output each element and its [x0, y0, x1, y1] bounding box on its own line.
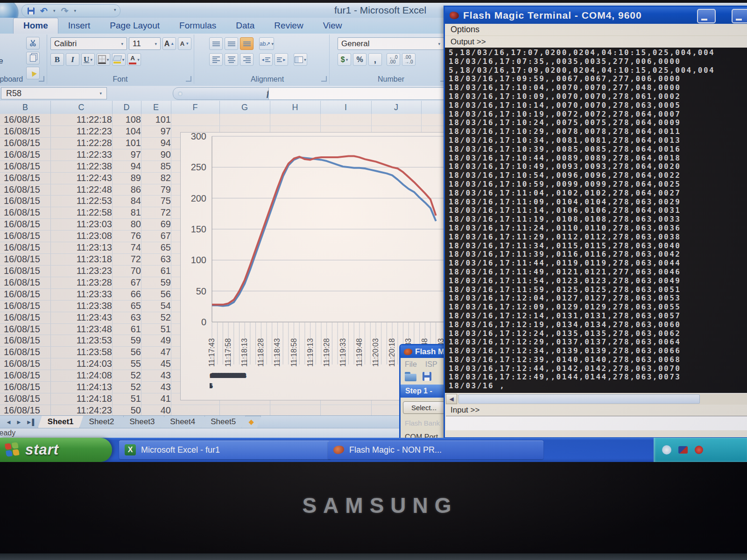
- grow-font-button[interactable]: A▲: [162, 37, 176, 50]
- align-bottom-button[interactable]: [240, 37, 254, 50]
- cell[interactable]: 16/08/15: [0, 161, 54, 172]
- cell[interactable]: 11:24:03: [50, 358, 116, 370]
- ribbon-tab-insert[interactable]: Insert: [58, 18, 100, 34]
- cell[interactable]: 11:23:48: [50, 323, 116, 335]
- cell[interactable]: 16/08/15: [0, 288, 54, 300]
- cell[interactable]: 63: [141, 253, 175, 265]
- terminal-title-bar[interactable]: Flash Magic Terminal - COM4, 9600: [445, 7, 747, 24]
- cell[interactable]: 56: [112, 346, 145, 358]
- orientation-button[interactable]: ab↗▾: [259, 37, 274, 50]
- cell[interactable]: 11:23:03: [50, 218, 116, 230]
- font-size-select[interactable]: 11▾: [129, 37, 161, 50]
- cell[interactable]: 16/08/15: [0, 277, 54, 288]
- bold-button[interactable]: B: [50, 53, 64, 66]
- cell[interactable]: 43: [141, 370, 175, 381]
- column-header-c[interactable]: C: [50, 101, 113, 114]
- cell[interactable]: 59: [112, 335, 145, 346]
- name-box[interactable]: R58▾: [1, 87, 107, 99]
- terminal-output-area[interactable]: 5,18/03/16,17:07,0200,0204,04:10:15,025,…: [445, 48, 747, 393]
- shrink-font-button[interactable]: A▼: [178, 37, 191, 50]
- select-device-button[interactable]: Select...: [403, 401, 445, 414]
- cell[interactable]: 97: [141, 126, 175, 137]
- cell[interactable]: 40: [141, 405, 175, 415]
- cell[interactable]: 11:23:08: [50, 230, 116, 242]
- cell[interactable]: 76: [112, 230, 145, 242]
- decrease-decimal-button[interactable]: .00→.0: [402, 53, 416, 66]
- cell[interactable]: 11:23:38: [50, 300, 116, 312]
- cell[interactable]: 61: [112, 323, 145, 335]
- align-left-button[interactable]: [209, 53, 223, 66]
- cell[interactable]: 16/08/15: [0, 242, 54, 253]
- accounting-format-button[interactable]: $▾: [338, 53, 351, 66]
- cell[interactable]: 11:22:58: [50, 207, 116, 218]
- underline-button[interactable]: U▾: [81, 53, 95, 66]
- column-header-e[interactable]: E: [141, 101, 171, 114]
- taskbar-item-flash-magic[interactable]: Flash Magic - NON PR...: [328, 441, 543, 459]
- cell[interactable]: 80: [112, 218, 145, 230]
- undo-icon[interactable]: ↶: [40, 7, 48, 15]
- cell[interactable]: 16/08/15: [0, 137, 54, 149]
- save-file-icon[interactable]: [423, 372, 431, 381]
- cell[interactable]: 11:23:18: [50, 253, 116, 265]
- cell[interactable]: 16/08/15: [0, 207, 54, 218]
- cell[interactable]: 16/08/15: [0, 335, 54, 346]
- cell[interactable]: 16/08/15: [0, 126, 54, 137]
- flash-magic-title-bar[interactable]: Flash Magic: [401, 345, 447, 358]
- cell[interactable]: 90: [141, 149, 175, 161]
- fill-color-button[interactable]: ▾: [112, 53, 126, 66]
- alignment-dialog-launcher-icon[interactable]: [321, 76, 327, 82]
- cell[interactable]: 108: [112, 114, 145, 126]
- cell[interactable]: 11:23:33: [50, 288, 116, 300]
- cell[interactable]: 67: [112, 277, 145, 288]
- cell[interactable]: 11:23:43: [50, 312, 116, 323]
- cell[interactable]: 52: [112, 370, 145, 381]
- comma-style-button[interactable]: ,: [368, 53, 382, 66]
- column-header-g[interactable]: G: [219, 101, 270, 114]
- cell[interactable]: 104: [112, 126, 145, 137]
- merge-center-button[interactable]: ▾: [294, 53, 307, 66]
- cell[interactable]: 79: [141, 184, 175, 196]
- start-button[interactable]: start: [0, 438, 112, 462]
- cell[interactable]: 66: [112, 288, 145, 300]
- save-icon[interactable]: [28, 7, 35, 14]
- cell[interactable]: 16/08/15: [0, 405, 54, 415]
- cell[interactable]: 11:22:38: [50, 161, 116, 172]
- column-header-f[interactable]: F: [171, 101, 220, 114]
- increase-indent-button[interactable]: ▸: [275, 53, 288, 66]
- ribbon-tab-data[interactable]: Data: [226, 18, 264, 34]
- cell[interactable]: 74: [112, 242, 145, 253]
- cell[interactable]: 11:22:53: [50, 195, 116, 207]
- cell[interactable]: 75: [141, 195, 175, 207]
- cell[interactable]: 94: [112, 161, 145, 172]
- cell[interactable]: 97: [112, 149, 145, 161]
- sheet-tab-sheet3[interactable]: Sheet3: [120, 416, 164, 428]
- cell[interactable]: 65: [112, 300, 145, 312]
- cell[interactable]: 16/08/15: [0, 253, 54, 265]
- sheet-nav-last-icon[interactable]: ►▌: [26, 419, 36, 426]
- cell[interactable]: 16/08/15: [0, 265, 54, 277]
- redo-icon[interactable]: ↷: [61, 7, 68, 15]
- sheet-nav-prev-icon[interactable]: ►: [16, 419, 22, 426]
- cell[interactable]: 16/08/15: [0, 195, 54, 207]
- cell[interactable]: 72: [141, 207, 175, 218]
- cut-button[interactable]: [26, 37, 40, 49]
- menu-item-file[interactable]: File: [405, 360, 417, 369]
- increase-decimal-button[interactable]: ←.0.00: [387, 53, 400, 66]
- cell[interactable]: 41: [141, 393, 175, 405]
- cell[interactable]: 16/08/15: [0, 149, 54, 161]
- scroll-left-icon[interactable]: ◀: [446, 394, 457, 404]
- cell[interactable]: 52: [141, 312, 175, 323]
- decrease-indent-button[interactable]: ◂: [259, 53, 273, 66]
- cell[interactable]: 11:24:18: [50, 393, 116, 405]
- number-format-select[interactable]: General▾: [338, 37, 444, 50]
- cell[interactable]: 16/08/15: [0, 381, 54, 393]
- cell[interactable]: 11:22:23: [50, 126, 116, 137]
- scrollbar-thumb[interactable]: [458, 394, 700, 404]
- cell[interactable]: 16/08/15: [0, 218, 54, 230]
- cell[interactable]: 86: [112, 184, 145, 196]
- close-button[interactable]: [732, 9, 747, 23]
- qat-customize-icon[interactable]: ▾: [114, 7, 116, 12]
- cell[interactable]: 16/08/15: [0, 370, 54, 381]
- sheet-tab-sheet1[interactable]: Sheet1: [38, 416, 84, 428]
- ribbon-tab-home[interactable]: Home: [13, 18, 58, 34]
